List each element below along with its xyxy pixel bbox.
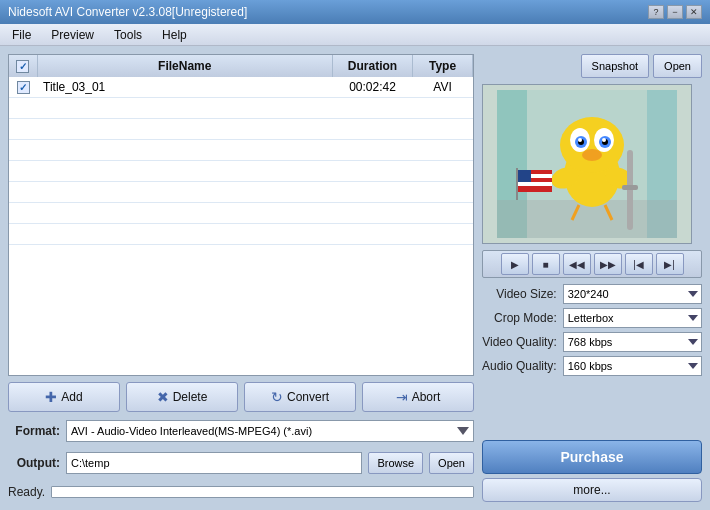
table-row-empty [9,203,473,224]
svg-point-13 [602,138,606,142]
menu-bar: File Preview Tools Help [0,24,710,46]
snapshot-button[interactable]: Snapshot [581,54,649,78]
col-header-filename: FileName [37,55,333,77]
more-button[interactable]: more... [482,478,702,502]
action-buttons: ✚ Add ✖ Delete ↻ Convert ⇥ Abort [8,382,474,412]
fastforward-button[interactable]: ▶▶ [594,253,622,275]
delete-button[interactable]: ✖ Delete [126,382,238,412]
svg-rect-21 [517,182,552,186]
menu-preview[interactable]: Preview [45,26,100,44]
row-checkbox[interactable] [17,81,30,94]
crop-mode-select[interactable]: Letterbox [563,308,702,328]
rewind-button[interactable]: ◀◀ [563,253,591,275]
title-bar: Nidesoft AVI Converter v2.3.08[Unregiste… [0,0,710,24]
row-checkbox-cell[interactable] [9,77,37,98]
purchase-area: Purchase more... [482,440,702,502]
video-size-select[interactable]: 320*240 [563,284,702,304]
convert-icon: ↻ [271,389,283,405]
video-quality-select[interactable]: 768 kbps [563,332,702,352]
add-button[interactable]: ✚ Add [8,382,120,412]
table-row: Title_03_01 00:02:42 AVI [9,77,473,98]
file-table: FileName Duration Type Title_03_01 00:02… [9,55,473,245]
add-icon: ✚ [45,389,57,405]
status-row: Ready. [8,482,474,502]
header-checkbox[interactable] [16,60,29,73]
abort-icon: ⇥ [396,389,408,405]
output-open-button[interactable]: Open [429,452,474,474]
col-header-type: Type [413,55,473,77]
left-panel: FileName Duration Type Title_03_01 00:02… [8,54,474,502]
progress-bar [51,486,474,498]
output-row: Output: Browse Open [8,450,474,476]
abort-button[interactable]: ⇥ Abort [362,382,474,412]
svg-rect-25 [622,185,638,190]
svg-rect-22 [517,170,531,182]
col-header-check [9,55,37,77]
purchase-button[interactable]: Purchase [482,440,702,474]
svg-point-12 [578,138,582,142]
row-duration: 00:02:42 [333,77,413,98]
row-type: AVI [413,77,473,98]
audio-quality-select[interactable]: 160 kbps [563,356,702,376]
close-button[interactable]: ✕ [686,5,702,19]
abort-label: Abort [412,390,441,404]
format-select[interactable]: AVI - Audio-Video Interleaved(MS-MPEG4) … [66,420,474,442]
table-row-empty [9,161,473,182]
table-row-empty [9,140,473,161]
table-row-empty [9,224,473,245]
output-input[interactable] [66,452,362,474]
title-bar-buttons: ? − ✕ [648,5,702,19]
preview-buttons: Snapshot Open [482,54,702,78]
next-frame-button[interactable]: ▶| [656,253,684,275]
status-text: Ready. [8,485,45,499]
svg-point-14 [582,149,602,161]
preview-open-button[interactable]: Open [653,54,702,78]
play-button[interactable]: ▶ [501,253,529,275]
right-panel: Snapshot Open [482,54,702,502]
stop-button[interactable]: ■ [532,253,560,275]
main-area: FileName Duration Type Title_03_01 00:02… [0,46,710,510]
row-filename: Title_03_01 [37,77,333,98]
menu-help[interactable]: Help [156,26,193,44]
file-table-container: FileName Duration Type Title_03_01 00:02… [8,54,474,376]
minimize-button[interactable]: − [667,5,683,19]
format-label: Format: [8,424,60,438]
playback-controls: ▶ ■ ◀◀ ▶▶ |◀ ▶| [482,250,702,278]
table-row-empty [9,119,473,140]
table-row-empty [9,182,473,203]
audio-quality-label: Audio Quality: [482,359,557,373]
video-quality-label: Video Quality: [482,335,557,349]
convert-label: Convert [287,390,329,404]
delete-icon: ✖ [157,389,169,405]
format-row: Format: AVI - Audio-Video Interleaved(MS… [8,418,474,444]
video-canvas [483,85,691,243]
help-button[interactable]: ? [648,5,664,19]
delete-label: Delete [173,390,208,404]
video-preview [482,84,692,244]
video-size-label: Video Size: [482,287,557,301]
window-title: Nidesoft AVI Converter v2.3.08[Unregiste… [8,5,247,19]
menu-tools[interactable]: Tools [108,26,148,44]
col-header-duration: Duration [333,55,413,77]
prev-frame-button[interactable]: |◀ [625,253,653,275]
menu-file[interactable]: File [6,26,37,44]
browse-button[interactable]: Browse [368,452,423,474]
svg-point-5 [560,117,624,173]
table-row-empty [9,98,473,119]
settings-grid: Video Size: 320*240 Crop Mode: Letterbox… [482,284,702,376]
convert-button[interactable]: ↻ Convert [244,382,356,412]
add-label: Add [61,390,82,404]
crop-mode-label: Crop Mode: [482,311,557,325]
output-label: Output: [8,456,60,470]
